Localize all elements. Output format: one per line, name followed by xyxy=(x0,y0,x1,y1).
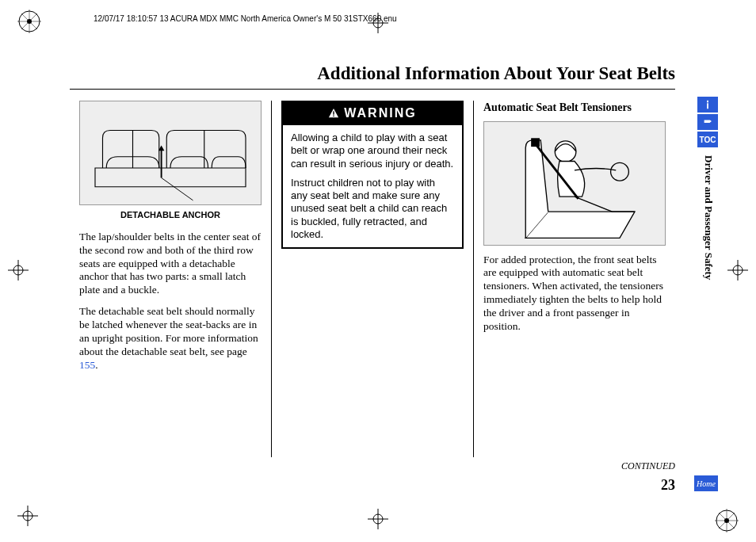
svg-point-37 xyxy=(611,162,629,181)
column-1: DETACHABLE ANCHOR The lap/shoulder belts… xyxy=(70,101,271,457)
svg-point-5 xyxy=(27,19,32,24)
crop-mark-icon xyxy=(8,260,29,281)
body-paragraph: The lap/shoulder belts in the center sea… xyxy=(79,231,262,297)
body-paragraph: For added protection, the front seat bel… xyxy=(483,254,666,334)
seat-tensioner-illustration xyxy=(483,121,666,246)
column-2: WARNING Allowing a child to play with a … xyxy=(271,101,473,457)
crop-mark-icon xyxy=(727,260,748,281)
seat-anchor-illustration xyxy=(79,101,262,205)
warning-triangle-icon xyxy=(328,108,339,119)
page-title: Additional Information About Your Seat B… xyxy=(70,63,675,84)
warning-body: Allowing a child to play with a seat bel… xyxy=(283,125,462,247)
page-content: Additional Information About Your Seat B… xyxy=(70,48,718,502)
warning-label: WARNING xyxy=(344,105,416,121)
print-job-header: 12/07/17 18:10:57 13 ACURA MDX MMC North… xyxy=(94,14,397,23)
column-3: Automatic Seat Belt Tensioners xyxy=(473,101,675,457)
title-rule xyxy=(70,89,675,90)
warning-heading: WARNING xyxy=(283,102,462,125)
three-column-layout: DETACHABLE ANCHOR The lap/shoulder belts… xyxy=(70,101,675,457)
crop-mark-icon xyxy=(368,509,388,529)
svg-line-33 xyxy=(162,177,193,200)
crop-mark-icon xyxy=(17,506,38,526)
crop-mark-icon xyxy=(368,13,388,33)
subheading: Automatic Seat Belt Tensioners xyxy=(483,101,666,115)
body-paragraph: The detachable seat belt should normally… xyxy=(79,305,262,372)
page-cross-reference-link[interactable]: 155 xyxy=(79,359,95,371)
svg-rect-39 xyxy=(532,138,540,146)
registration-mark-icon xyxy=(17,10,41,33)
svg-rect-34 xyxy=(334,111,334,114)
warning-box: WARNING Allowing a child to play with a … xyxy=(281,101,464,249)
registration-mark-icon xyxy=(715,509,739,532)
page-number: 23 xyxy=(70,477,675,494)
body-text: The detachable seat belt should normally… xyxy=(79,305,258,357)
svg-rect-35 xyxy=(334,116,334,116)
svg-point-11 xyxy=(724,518,729,523)
illustration-caption: DETACHABLE ANCHOR xyxy=(79,210,262,221)
body-text: . xyxy=(95,359,97,371)
warning-text: Instruct children not to play with any s… xyxy=(291,177,454,241)
warning-text: Allowing a child to play with a seat bel… xyxy=(291,132,454,170)
continued-marker: CONTINUED xyxy=(70,460,675,472)
